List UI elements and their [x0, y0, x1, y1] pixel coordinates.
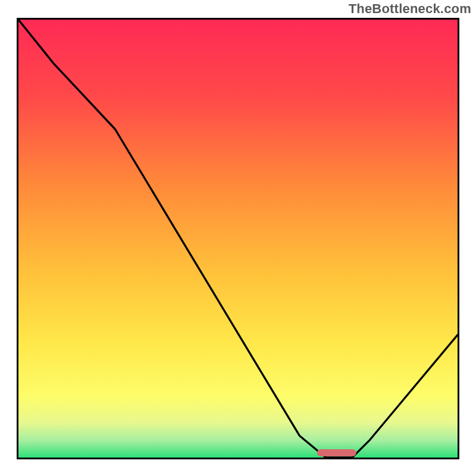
curve-path [18, 20, 458, 458]
bottleneck-curve [18, 20, 458, 458]
plot-frame [17, 18, 459, 459]
optimal-range-marker [317, 449, 356, 456]
watermark-label: TheBottleneck.com [349, 1, 471, 17]
chart-container: TheBottleneck.com [0, 0, 476, 476]
